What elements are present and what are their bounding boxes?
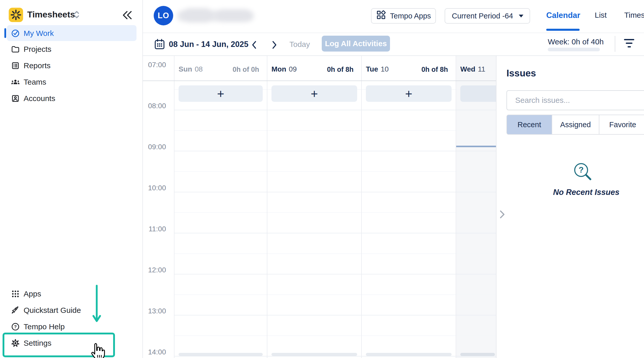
issues-tabs: Recent Assigned Favorite — [506, 115, 644, 135]
tempo-timesheets-app: Timesheets — [0, 0, 644, 358]
gear-icon — [11, 339, 20, 348]
active-tab-underline — [546, 29, 580, 31]
svg-text:?: ? — [579, 165, 584, 174]
add-worklog-button[interactable]: + — [271, 85, 357, 102]
issues-tab-assigned[interactable]: Assigned — [552, 115, 599, 135]
time-label: 11:00 — [142, 224, 166, 234]
day-hours-summary: 0h of 0h — [232, 66, 259, 74]
time-label: 10:00 — [142, 183, 166, 193]
log-all-activities-button[interactable]: Log All Activities — [322, 36, 390, 52]
calendar-icon — [154, 38, 165, 51]
sidebar-item-tempo-help[interactable]: ? Tempo Help — [0, 319, 142, 335]
header-divider — [142, 33, 644, 33]
day-progress-bar — [366, 353, 452, 356]
previous-week-button[interactable] — [250, 40, 258, 51]
time-label: 13:00 — [142, 306, 166, 316]
issues-panel: Issues Recent Assigned Favorite ? No Rec… — [496, 56, 644, 358]
sidebar-item-projects[interactable]: Projects — [0, 41, 142, 57]
sidebar-item-teams[interactable]: Teams — [0, 74, 142, 90]
time-label: 09:00 — [142, 142, 166, 152]
issues-panel-title: Issues — [506, 68, 536, 79]
sidebar: Timesheets — [0, 0, 143, 358]
day-header: Mon09 — [271, 65, 297, 73]
calendar-header-border — [142, 81, 496, 81]
sidebar-item-settings[interactable]: Settings — [0, 335, 142, 351]
time-label: 12:00 — [142, 265, 166, 275]
sidebar-item-reports[interactable]: Reports — [0, 57, 142, 74]
issues-tab-favorite[interactable]: Favorite — [599, 115, 644, 135]
redacted-user-name — [177, 7, 257, 24]
app-switcher-icon[interactable] — [73, 9, 81, 25]
search-question-icon: ? — [571, 161, 597, 187]
annotation-arrow-down — [91, 284, 102, 326]
tempo-apps-icon — [376, 10, 386, 22]
day-column-wed: Wed11 — [456, 56, 496, 358]
time-label: 08:00 — [142, 101, 166, 111]
period-selector-value: Current Period -64 — [452, 12, 513, 20]
day-column-tue: Tue10 0h of 8h + — [361, 56, 456, 358]
question-circle-icon: ? — [11, 322, 20, 331]
report-list-icon — [11, 61, 20, 70]
sidebar-item-accounts[interactable]: Accounts — [0, 90, 142, 107]
svg-text:?: ? — [14, 324, 17, 329]
day-hours-summary: 0h of 8h — [327, 66, 354, 74]
add-worklog-button[interactable] — [460, 85, 496, 102]
tab-list[interactable]: List — [595, 11, 607, 19]
issues-tab-recent[interactable]: Recent — [506, 115, 552, 135]
user-avatar[interactable]: LO — [154, 6, 173, 25]
time-label: 14:00 — [142, 347, 166, 357]
day-header: Sun08 — [179, 65, 203, 73]
tempo-apps-button[interactable]: Tempo Apps — [371, 8, 436, 24]
sidebar-item-quickstart-guide[interactable]: Quickstart Guide — [0, 302, 142, 319]
people-icon — [11, 77, 20, 87]
time-label: 07:00 — [142, 60, 166, 69]
empty-state-text: No Recent Issues — [530, 188, 643, 197]
plus-icon: + — [217, 87, 224, 101]
tab-times[interactable]: Times — [624, 11, 644, 19]
sidebar-item-my-work[interactable]: My Work — [0, 25, 142, 42]
panel-collapse-icon[interactable] — [498, 209, 506, 221]
day-grid[interactable] — [267, 81, 361, 358]
day-column-mon: Mon09 0h of 8h + — [267, 56, 361, 358]
sidebar-item-label: Tempo Help — [24, 322, 65, 331]
period-selector-dropdown[interactable]: Current Period -64 — [445, 8, 530, 24]
sidebar-item-label: Reports — [24, 61, 51, 70]
search-issues-input[interactable] — [506, 90, 644, 110]
sidebar-item-label: Quickstart Guide — [24, 306, 81, 315]
sidebar-item-label: Apps — [24, 289, 41, 299]
add-worklog-button[interactable]: + — [366, 85, 452, 102]
rocket-icon — [11, 306, 20, 315]
current-time-indicator — [456, 146, 496, 147]
hand-cursor-icon — [89, 342, 106, 358]
day-grid[interactable] — [362, 81, 456, 358]
day-progress-bar — [271, 353, 357, 356]
plus-icon: + — [311, 87, 318, 101]
day-hours-summary: 0h of 8h — [421, 66, 448, 74]
sidebar-collapse-icon[interactable] — [122, 10, 133, 21]
chevron-down-icon — [519, 15, 523, 17]
tempo-logo-icon — [9, 8, 23, 22]
week-progress-bar — [548, 48, 600, 51]
app-title: Timesheets — [27, 9, 75, 19]
sidebar-item-label: Teams — [24, 77, 46, 87]
day-progress-bar — [460, 353, 495, 356]
date-range-label[interactable]: 08 Jun - 14 Jun, 2025 — [169, 40, 248, 49]
day-grid[interactable] — [174, 81, 267, 358]
day-progress-bar — [179, 353, 263, 356]
next-week-button[interactable] — [270, 40, 278, 51]
tempo-apps-label: Tempo Apps — [390, 12, 431, 20]
toolbar-divider — [615, 36, 615, 52]
dots-grid-icon — [11, 289, 20, 299]
sidebar-item-label: Projects — [24, 45, 51, 54]
sidebar-item-label: My Work — [24, 29, 54, 38]
check-circle-icon — [11, 29, 20, 38]
active-item-indicator — [4, 28, 6, 38]
today-button[interactable]: Today — [289, 40, 310, 49]
id-card-icon — [11, 94, 20, 103]
add-worklog-button[interactable]: + — [179, 85, 263, 102]
day-header: Wed11 — [460, 65, 485, 73]
day-grid[interactable] — [456, 81, 496, 358]
tab-calendar[interactable]: Calendar — [546, 11, 580, 20]
day-header: Tue10 — [366, 65, 389, 73]
sidebar-item-apps[interactable]: Apps — [0, 286, 142, 302]
